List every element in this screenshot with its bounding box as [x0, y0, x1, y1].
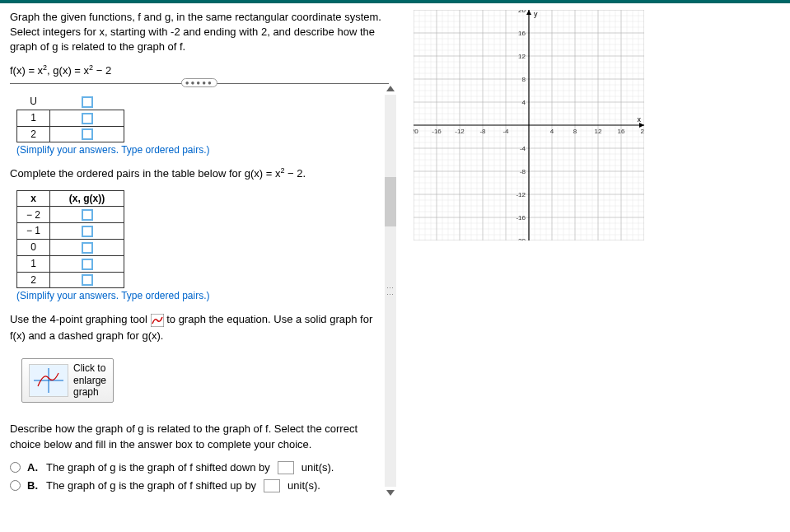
- enlarge-graph-button[interactable]: Click to enlarge graph: [21, 358, 114, 402]
- enlarge-l2: enlarge: [73, 375, 106, 386]
- cell-x: 2: [17, 126, 50, 142]
- answer-box[interactable]: [82, 113, 93, 124]
- scroll-thumb[interactable]: [385, 177, 396, 226]
- table-header-row: x(x, g(x)): [17, 191, 124, 207]
- choice-a-label: A.: [27, 461, 38, 474]
- cell-input: [50, 255, 124, 272]
- answer-box-b[interactable]: [264, 479, 280, 492]
- choice-a-pre: The graph of g is the graph of f shifted…: [46, 461, 270, 474]
- choice-b[interactable]: B. The graph of g is the graph of f shif…: [10, 479, 389, 492]
- svg-text:4: 4: [521, 99, 526, 106]
- formula-g: , g(x) = x: [47, 64, 89, 77]
- enlarge-l3: graph: [73, 386, 99, 398]
- hint-simplify-2: (Simplify your answers. Type ordered pai…: [16, 290, 389, 301]
- svg-text:16: 16: [518, 30, 526, 37]
- svg-text:12: 12: [594, 128, 601, 135]
- answer-box-a[interactable]: [278, 461, 294, 474]
- table-row: 2: [17, 272, 124, 288]
- svg-text:16: 16: [617, 128, 624, 135]
- graph-tool-icon[interactable]: [151, 314, 164, 327]
- formula-tail: − 2: [93, 64, 111, 77]
- answer-box[interactable]: [82, 274, 93, 286]
- svg-text:-16: -16: [432, 128, 442, 135]
- prompt-post: − 2.: [284, 168, 306, 180]
- choice-a[interactable]: A. The graph of g is the graph of f shif…: [10, 461, 389, 474]
- svg-text:-4: -4: [519, 145, 526, 152]
- svg-marker-108: [526, 10, 531, 15]
- table-row: − 2: [17, 207, 124, 223]
- svg-text:8: 8: [521, 76, 526, 83]
- table-g-prompt: Complete the ordered pairs in the table …: [10, 166, 389, 182]
- answer-box[interactable]: [82, 226, 93, 237]
- svg-text:-8: -8: [479, 128, 486, 135]
- tool-pre: Use the 4-point graphing tool: [10, 313, 151, 325]
- problem-panel: Graph the given functions, f and g, in t…: [0, 3, 399, 504]
- svg-text:-12: -12: [455, 128, 465, 135]
- enlarge-icon: [29, 364, 68, 397]
- header-x: x: [17, 191, 50, 207]
- cell-input: [50, 126, 124, 142]
- choice-b-pre: The graph of g is the graph of f shifted…: [46, 479, 256, 492]
- main-content: Graph the given functions, f and g, in t…: [0, 3, 790, 504]
- svg-text:4: 4: [549, 128, 554, 135]
- table-g: x(x, g(x)) − 2 − 1 0 1 2: [16, 190, 124, 288]
- cell-x: − 2: [17, 207, 50, 223]
- enlarge-l1: Click to: [73, 362, 105, 374]
- formula-f: f(x) = x: [10, 64, 43, 77]
- resize-handle-icon[interactable]: ⋮⋮: [386, 284, 394, 297]
- answer-box[interactable]: [82, 209, 93, 221]
- svg-text:-16: -16: [516, 214, 526, 222]
- partial-top-label: U: [17, 94, 50, 110]
- answer-box[interactable]: [82, 259, 93, 270]
- cell-x: 0: [17, 239, 50, 255]
- scrollbar[interactable]: ⋮⋮: [384, 86, 397, 496]
- table-row: 2: [17, 126, 124, 142]
- header-pair: (x, g(x)): [50, 191, 124, 207]
- svg-text:8: 8: [573, 128, 577, 135]
- cell-input: [50, 223, 124, 240]
- cell-x: 2: [17, 272, 50, 288]
- describe-prompt: Describe how the graph of g is related t…: [10, 421, 389, 453]
- svg-text:y: y: [534, 10, 538, 18]
- formula-line: f(x) = x2, g(x) = x2 − 2: [10, 63, 389, 77]
- cell-x: 1: [17, 110, 50, 126]
- svg-text:-8: -8: [519, 168, 526, 175]
- choice-b-label: B.: [27, 479, 38, 492]
- svg-text:20: 20: [518, 10, 526, 14]
- choice-b-post: unit(s).: [287, 479, 320, 492]
- cell-x: 1: [17, 255, 50, 272]
- graph-panel: -20-16-12-8-448121620-20-16-12-8-4481216…: [399, 3, 791, 504]
- scroll-up-icon[interactable]: [386, 86, 395, 91]
- table-row: − 1: [17, 223, 124, 240]
- choice-a-post: unit(s).: [302, 461, 334, 474]
- cell-input: [50, 207, 124, 223]
- answer-box[interactable]: [82, 242, 93, 254]
- section-divider: ●●●●●: [10, 83, 389, 84]
- cell-x: − 1: [17, 223, 50, 240]
- radio-a[interactable]: [10, 462, 21, 473]
- radio-b[interactable]: [10, 480, 21, 491]
- table-row: 0: [17, 239, 124, 255]
- divider-handle-icon[interactable]: ●●●●●: [181, 78, 217, 87]
- answer-box[interactable]: [82, 96, 93, 108]
- cell-input: [50, 239, 124, 255]
- svg-text:20: 20: [640, 128, 643, 135]
- table-row: U: [17, 94, 124, 110]
- svg-text:-4: -4: [503, 128, 509, 135]
- problem-intro: Graph the given functions, f and g, in t…: [10, 10, 389, 55]
- table-f: U 1 2: [16, 94, 124, 142]
- table-row: 1: [17, 110, 124, 126]
- scroll-down-icon[interactable]: [386, 490, 395, 496]
- svg-text:x: x: [637, 115, 641, 124]
- coordinate-graph[interactable]: -20-16-12-8-448121620-20-16-12-8-4481216…: [414, 10, 644, 240]
- table-row: 1: [17, 255, 124, 272]
- answer-box[interactable]: [82, 128, 93, 140]
- partial-top-input: [50, 94, 124, 110]
- cell-input: [50, 272, 124, 288]
- prompt-pre: Complete the ordered pairs in the table …: [10, 168, 280, 180]
- svg-text:-20: -20: [516, 237, 526, 240]
- cell-input: [50, 110, 124, 126]
- enlarge-text: Click to enlarge graph: [73, 362, 106, 398]
- svg-text:12: 12: [518, 53, 526, 60]
- svg-text:-20: -20: [414, 128, 418, 135]
